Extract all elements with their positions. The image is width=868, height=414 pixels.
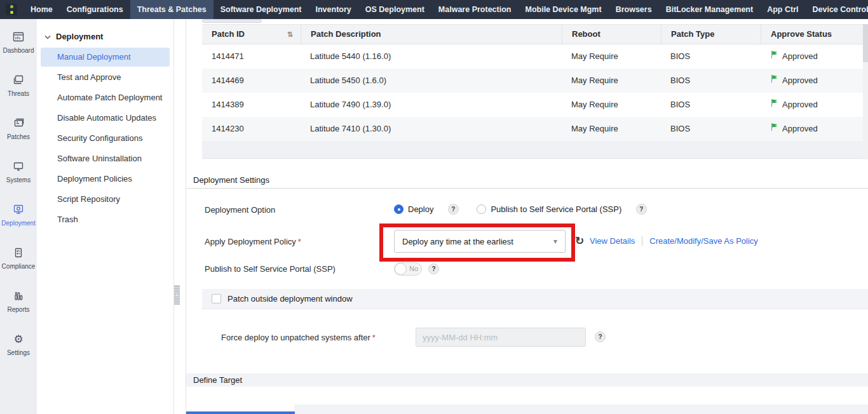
approve-status-cell: Approved (761, 69, 863, 93)
nav-tab-mobile-device-mgmt[interactable]: Mobile Device Mgmt (518, 0, 608, 19)
policy-links: View Details Create/Modify/Save As Polic… (590, 236, 758, 246)
patch-id-cell: 1414230 (202, 117, 301, 141)
help-icon[interactable]: ? (636, 204, 647, 215)
nav-tab-malware-protection[interactable]: Malware Protection (431, 0, 519, 19)
icon-sidebar: Dashboard Threats Patches Systems Deploy… (0, 19, 37, 414)
nav-tab-inventory[interactable]: Inventory (309, 0, 358, 19)
subnav-item-test-and-approve[interactable]: Test and Approve (41, 68, 170, 87)
refresh-icon[interactable]: ↻ (575, 234, 584, 248)
patch-description-cell: Latitude 5450 (1.6.0) (301, 69, 562, 93)
nav-tab-software-deployment[interactable]: Software Deployment (214, 0, 309, 19)
nav-tab-browsers[interactable]: Browsers (609, 0, 659, 19)
nav-tab-app-ctrl[interactable]: App Ctrl (760, 0, 805, 19)
systems-icon (12, 159, 25, 174)
compliance-icon (12, 245, 25, 260)
nav-tab-home[interactable]: Home (24, 0, 60, 19)
deployment-option-group: Deploy ? Publish to Self Service Portal … (394, 203, 647, 215)
scrollbar-thumb[interactable] (863, 24, 868, 62)
nav-tab-device-control[interactable]: Device Control (805, 0, 868, 19)
help-icon[interactable]: ? (595, 331, 606, 342)
sidebar-item-patches[interactable]: Patches (0, 116, 37, 159)
sidebar-item-compliance[interactable]: Compliance (0, 245, 37, 288)
patch-type-cell: BIOS (661, 69, 761, 93)
approve-status-cell: Approved (761, 44, 863, 69)
ssp-toggle[interactable]: No (394, 262, 422, 276)
subnav-item-disable-automatic-updates[interactable]: Disable Automatic Updates (41, 109, 170, 128)
horizontal-scrollbar-thumb[interactable] (202, 19, 262, 23)
sidebar-item-systems[interactable]: Systems (0, 159, 37, 202)
patch-outside-label: Patch outside deployment window (227, 294, 353, 304)
approved-flag-icon (770, 93, 779, 117)
table-row[interactable]: 1414230 Latitude 7410 (1.30.0) May Requi… (202, 117, 868, 141)
column-header-patch-id[interactable]: Patch ID ⇅ (202, 25, 301, 44)
sidebar-item-deployment[interactable]: Deployment (0, 202, 37, 245)
approved-flag-icon (770, 117, 779, 141)
approved-flag-icon (770, 44, 779, 69)
radio-publish-ssp[interactable] (477, 204, 486, 214)
approve-status-label: Approved (782, 69, 818, 93)
apply-policy-label: Apply Deployment Policy* (205, 237, 301, 246)
column-header-label: Patch ID (212, 25, 245, 44)
sidebar-item-label: Systems (6, 177, 31, 184)
sidebar-item-label: Threats (8, 90, 29, 97)
patch-type-cell: BIOS (661, 44, 761, 69)
force-deploy-input[interactable] (416, 328, 586, 347)
panel-collapse-handle[interactable]: ‹ (174, 285, 180, 305)
help-icon[interactable]: ? (428, 264, 439, 274)
subnav-item-manual-deployment[interactable]: Manual Deployment (41, 48, 170, 67)
caret-down-icon: ▾ (553, 237, 557, 246)
column-header-patch-description[interactable]: Patch Description (301, 25, 562, 44)
nav-tab-threats-patches[interactable]: Threats & Patches (130, 0, 214, 19)
approve-status-cell: Approved (761, 93, 863, 117)
nav-tab-bitlocker-management[interactable]: BitLocker Management (659, 0, 761, 19)
create-modify-policy-link[interactable]: Create/Modify/Save As Policy (642, 236, 758, 246)
subnav-item-script-repository[interactable]: Script Repository (41, 190, 170, 209)
subnav-item-trash[interactable]: Trash (41, 210, 170, 229)
sidebar-item-settings[interactable]: ⚙ Settings (0, 331, 37, 375)
table-row[interactable]: 1414471 Latitude 5440 (1.16.0) May Requi… (202, 44, 868, 69)
radio-deploy-label: Deploy (408, 204, 433, 214)
column-header-reboot[interactable]: Reboot (562, 25, 661, 44)
sidebar-item-reports[interactable]: Reports (0, 288, 37, 331)
toggle-knob[interactable] (395, 263, 407, 275)
help-icon[interactable]: ? (448, 204, 459, 215)
table-row[interactable]: 1414389 Latitude 7490 (1.39.0) May Requi… (202, 93, 868, 117)
radio-deploy[interactable] (394, 204, 403, 214)
force-deploy-label: Force deploy to unpatched systems after* (221, 333, 376, 342)
nav-tab-configurations[interactable]: Configurations (60, 0, 130, 19)
reboot-cell: May Require (562, 44, 661, 69)
sort-icon[interactable]: ⇅ (287, 25, 293, 44)
subnav-item-automate-patch-deployment[interactable]: Automate Patch Deployment (41, 88, 170, 107)
table-header-row: Patch ID ⇅ Patch Description Reboot Patc… (202, 24, 868, 44)
view-details-link[interactable]: View Details (590, 236, 635, 246)
sidebar-item-label: Settings (7, 349, 30, 356)
table-row[interactable]: 1414469 Latitude 5450 (1.6.0) May Requir… (202, 69, 868, 93)
chevron-down-icon (44, 32, 51, 41)
reports-icon (12, 288, 25, 304)
threats-icon (12, 72, 25, 88)
subnav-header[interactable]: Deployment (44, 32, 173, 41)
sidebar-item-threats[interactable]: Threats (0, 72, 37, 116)
apply-policy-label-text: Apply Deployment Policy (205, 237, 296, 246)
publish-ssp-label: Publish to Self Service Portal (SSP) (205, 264, 336, 274)
patch-outside-checkbox[interactable] (212, 294, 221, 304)
nav-tab-os-deployment[interactable]: OS Deployment (358, 0, 431, 19)
subnav-item-software-uninstallation[interactable]: Software Uninstallation (41, 149, 170, 168)
subnav-item-deployment-policies[interactable]: Deployment Policies (41, 170, 170, 189)
sidebar-item-label: Deployment (1, 220, 35, 227)
app-logo[interactable] (6, 4, 17, 15)
column-header-approve-status[interactable]: Approve Status (761, 25, 863, 44)
sidebar-item-label: Patches (7, 133, 30, 140)
table-vertical-scrollbar[interactable] (863, 24, 868, 159)
force-deploy-label-text: Force deploy to unpatched systems after (221, 333, 370, 342)
column-header-patch-type[interactable]: Patch Type (661, 25, 761, 44)
define-target-header: Define Target (186, 373, 868, 387)
subnav-header-label: Deployment (56, 32, 103, 41)
reboot-cell: May Require (562, 117, 661, 141)
target-tabstrip-background (294, 404, 868, 414)
deployment-policy-dropdown[interactable]: Deploy any time at the earliest ▾ (394, 230, 566, 253)
subnav-item-security-configurations[interactable]: Security Configurations (41, 129, 170, 148)
approve-status-label: Approved (782, 44, 818, 69)
patch-type-cell: BIOS (661, 117, 761, 141)
sidebar-item-dashboard[interactable]: Dashboard (0, 29, 37, 72)
